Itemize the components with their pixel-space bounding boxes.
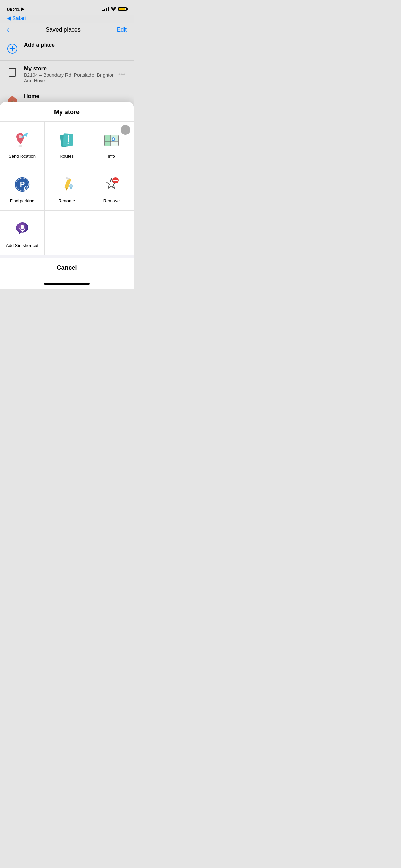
my-store-title: My store xyxy=(24,65,116,72)
remove-button[interactable]: Remove xyxy=(89,166,134,211)
routes-button[interactable]: Routes xyxy=(45,122,89,166)
wifi-icon xyxy=(111,7,116,12)
sheet-title: My store xyxy=(54,109,80,116)
info-label: Info xyxy=(108,154,115,159)
info-button[interactable]: Info xyxy=(89,122,134,166)
empty-cell-2 xyxy=(89,211,134,255)
svg-point-17 xyxy=(113,138,114,140)
info-icon xyxy=(101,130,122,150)
more-button[interactable]: ••• xyxy=(116,69,128,80)
routes-label: Routes xyxy=(60,154,74,159)
svg-marker-24 xyxy=(65,188,68,191)
my-store-subtitle: B2194 – Boundary Rd, Portslade, Brighton… xyxy=(24,72,116,83)
svg-rect-29 xyxy=(21,225,24,229)
routes-icon xyxy=(57,130,77,150)
cancel-label: Cancel xyxy=(57,264,77,271)
cancel-button[interactable]: Cancel xyxy=(0,258,134,278)
add-place-label: Add a place xyxy=(24,42,55,48)
remove-label: Remove xyxy=(103,198,120,204)
home-title: Home xyxy=(24,93,128,99)
back-button[interactable]: ‹ xyxy=(7,25,9,34)
action-grid: Send location Routes xyxy=(0,122,134,255)
status-right xyxy=(102,7,127,12)
svg-rect-13 xyxy=(110,141,118,146)
nav-bar: ‹ Saved places Edit xyxy=(0,23,134,37)
add-place-content: Add a place xyxy=(24,42,128,48)
send-location-label: Send location xyxy=(9,154,36,159)
find-parking-label: Find parking xyxy=(10,198,35,204)
my-store-icon xyxy=(5,65,19,79)
add-siri-shortcut-label: Add Siri shortcut xyxy=(6,243,38,249)
rename-icon xyxy=(57,174,77,195)
add-place-item[interactable]: Add a place xyxy=(0,37,134,61)
status-bar: 09:41 ▶ xyxy=(0,0,134,15)
my-store-content: My store B2194 – Boundary Rd, Portslade,… xyxy=(24,65,116,83)
svg-rect-11 xyxy=(105,135,110,146)
home-content: Home xyxy=(24,93,128,99)
page-title: Saved places xyxy=(46,26,81,33)
home-indicator xyxy=(0,278,134,289)
remove-icon xyxy=(101,174,122,195)
location-icon: ▶ xyxy=(21,7,24,11)
home-bar xyxy=(44,283,90,285)
action-sheet: My store Send location xyxy=(0,102,134,289)
svg-point-26 xyxy=(70,185,72,187)
find-parking-button[interactable]: P Find parking xyxy=(0,166,45,211)
send-location-button[interactable]: Send location xyxy=(0,122,45,166)
find-parking-icon: P xyxy=(12,174,33,195)
sheet-title-bar: My store xyxy=(0,102,134,122)
rename-label: Rename xyxy=(58,198,75,204)
edit-button[interactable]: Edit xyxy=(117,26,127,33)
status-time: 09:41 ▶ xyxy=(7,6,24,12)
empty-cell-1 xyxy=(45,211,89,255)
svg-point-5 xyxy=(18,145,22,147)
back-chevron-icon: ‹ xyxy=(7,25,9,34)
add-siri-shortcut-button[interactable]: Add Siri shortcut xyxy=(0,211,45,255)
svg-point-22 xyxy=(26,188,27,189)
siri-icon xyxy=(12,219,33,240)
my-store-item[interactable]: My store B2194 – Boundary Rd, Portslade,… xyxy=(0,61,134,88)
svg-line-9 xyxy=(68,136,69,144)
send-location-icon xyxy=(12,130,33,150)
battery-indicator xyxy=(118,7,127,11)
svg-rect-3 xyxy=(9,68,16,76)
add-place-icon xyxy=(5,42,19,56)
svg-point-6 xyxy=(19,135,22,138)
svg-text:P: P xyxy=(20,180,25,189)
signal-bars xyxy=(102,7,109,11)
safari-back-label: ◀ Safari xyxy=(0,15,134,23)
rename-button[interactable]: Rename xyxy=(45,166,89,211)
